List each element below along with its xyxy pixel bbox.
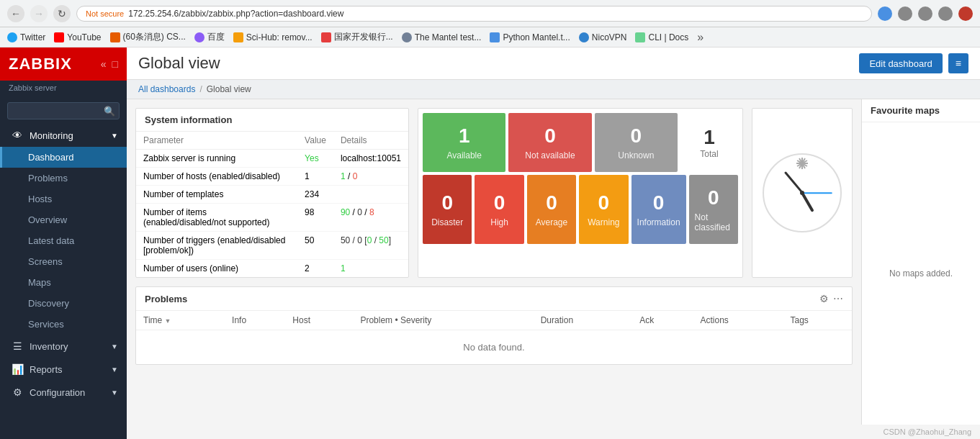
col-tags[interactable]: Tags	[783, 311, 852, 330]
col-details: Details	[333, 132, 408, 150]
not-available-cell[interactable]: 0 Not available	[508, 113, 591, 172]
widgets-row-top: System information Parameter Value Detai…	[135, 108, 853, 278]
search-icon[interactable]: 🔍	[104, 106, 115, 117]
bookmark-youtube[interactable]: YouTube	[54, 32, 101, 42]
col-value: Value	[297, 132, 333, 150]
reports-arrow: ▼	[111, 366, 118, 374]
available-cell[interactable]: 1 Available	[423, 113, 505, 172]
sidebar-item-screens[interactable]: Screens	[0, 251, 127, 272]
table-row: Number of templates 234	[136, 186, 408, 204]
bookmark-cli[interactable]: CLI | Docs	[635, 32, 688, 42]
table-row: Number of triggers (enabled/disabled [pr…	[136, 232, 408, 260]
browser-bar: ← → ↻ Not secure 172.25.254.6/zabbix/zab…	[0, 0, 980, 27]
sidebar-section-configuration[interactable]: ⚙ Configuration ▼	[0, 381, 127, 404]
total-label: Total	[700, 149, 718, 159]
bookmark-csdn[interactable]: (60条消息) CS...	[110, 31, 186, 43]
col-host[interactable]: Host	[285, 311, 353, 330]
bookmark-cdb[interactable]: 国家开发银行...	[321, 31, 393, 43]
unknown-label: Unknown	[618, 150, 654, 160]
settings-icon[interactable]: ⚙	[819, 293, 829, 304]
col-actions[interactable]: Actions	[693, 311, 783, 330]
host-availability-widget: 1 Available 0 Not available 0 Unknown	[418, 108, 743, 278]
breadcrumb-current: Global view	[207, 84, 251, 94]
edit-dashboard-button[interactable]: Edit dashboard	[859, 53, 942, 73]
dashboard-menu-button[interactable]: ≡	[948, 53, 968, 73]
value-cell: 1	[297, 168, 333, 186]
bookmark-baidu[interactable]: 百度	[194, 31, 225, 43]
bookmark-python[interactable]: Python Mantel.t...	[490, 32, 570, 42]
value-cell: 2	[297, 260, 333, 278]
more-options-icon[interactable]: ⋯	[833, 293, 843, 304]
breadcrumb-all-dashboards[interactable]: All dashboards	[138, 84, 195, 94]
sidebar-item-overview[interactable]: Overview	[0, 209, 127, 230]
col-ack[interactable]: Ack	[632, 311, 693, 330]
hour-hand	[801, 192, 814, 212]
sidebar-item-discovery[interactable]: Discovery	[0, 293, 127, 314]
information-cell[interactable]: 0 Information	[631, 175, 686, 244]
collapse-icon[interactable]: «	[101, 58, 107, 70]
bookmark-scihub[interactable]: Sci-Hub: remov...	[233, 32, 313, 42]
disaster-cell[interactable]: 0 Disaster	[423, 175, 472, 244]
sidebar-item-dashboard[interactable]: Dashboard	[0, 147, 127, 168]
value-cell: Yes	[297, 150, 333, 168]
sidebar-item-latest-data[interactable]: Latest data	[0, 230, 127, 251]
expand-icon[interactable]: □	[112, 58, 118, 70]
total-count: 1	[703, 126, 715, 149]
more-bookmarks[interactable]: »	[697, 31, 703, 44]
table-row: Number of users (online) 2 1	[136, 260, 408, 278]
problems-widget: Problems ⚙ ⋯ Time ▼ Info Host Pr	[135, 286, 853, 365]
url-bar[interactable]: Not secure 172.25.254.6/zabbix/zabbix.ph…	[76, 6, 872, 22]
not-classified-cell[interactable]: 0 Not classified	[689, 175, 738, 244]
clock-center	[800, 191, 804, 195]
favourite-maps-panel: Favourite maps No maps added.	[861, 99, 980, 425]
sidebar-server-name: Zabbix server	[0, 81, 127, 98]
sidebar-section-reports[interactable]: 📊 Reports ▼	[0, 358, 127, 381]
details-cell: 90 / 0 / 8	[333, 204, 408, 232]
no-data-message: No data found.	[136, 330, 852, 365]
warning-count: 0	[598, 191, 610, 214]
cast-icon[interactable]	[898, 6, 912, 21]
sidebar-item-problems[interactable]: Problems	[0, 168, 127, 189]
not-classified-label: Not classified	[695, 212, 732, 232]
bookmark-star-icon[interactable]	[918, 6, 932, 21]
sidebar-item-hosts[interactable]: Hosts	[0, 189, 127, 209]
back-button[interactable]: ←	[7, 5, 24, 22]
dashboard-body: System information Parameter Value Detai…	[127, 99, 980, 425]
second-hand	[802, 192, 832, 194]
sidebar-toggle-icons: « □	[101, 58, 118, 70]
sidebar-item-services[interactable]: Services	[0, 314, 127, 335]
bookmark-twitter[interactable]: Twitter	[7, 32, 45, 42]
watermark: CSDN @Zhaohui_Zhang	[127, 425, 980, 439]
top-bar: Global view Edit dashboard ≡	[127, 47, 980, 80]
param-cell: Number of templates	[136, 186, 297, 204]
configuration-label: Configuration	[30, 387, 85, 398]
high-count: 0	[494, 191, 505, 214]
col-problem-severity[interactable]: Problem • Severity	[353, 311, 533, 330]
sidebar-search-input[interactable]	[7, 102, 120, 119]
disaster-label: Disaster	[431, 217, 463, 227]
breadcrumb: All dashboards / Global view	[127, 80, 980, 99]
monitoring-arrow: ▼	[111, 132, 118, 140]
unknown-cell[interactable]: 0 Unknown	[595, 113, 678, 172]
sidebar-section-inventory[interactable]: ☰ Inventory ▼	[0, 335, 127, 358]
bookmark-mantel[interactable]: The Mantel test...	[402, 32, 482, 42]
url-text: 172.25.254.6/zabbix/zabbix.php?action=da…	[128, 9, 343, 19]
profile-icon[interactable]	[958, 6, 973, 21]
minute-hand	[783, 171, 803, 194]
average-cell[interactable]: 0 Average	[527, 175, 576, 244]
translate-icon[interactable]	[878, 6, 892, 21]
warning-label: Warning	[588, 217, 619, 227]
warning-cell[interactable]: 0 Warning	[579, 175, 628, 244]
extensions-icon[interactable]	[938, 6, 953, 21]
sidebar: ZABBIX « □ Zabbix server 🔍 👁 Monitoring …	[0, 47, 127, 439]
high-cell[interactable]: 0 High	[475, 175, 523, 244]
col-duration[interactable]: Duration	[534, 311, 633, 330]
browser-action-icons	[878, 6, 973, 21]
col-info[interactable]: Info	[225, 311, 285, 330]
col-time[interactable]: Time ▼	[136, 311, 225, 330]
forward-button[interactable]: →	[30, 5, 48, 22]
sidebar-item-maps[interactable]: Maps	[0, 272, 127, 293]
sidebar-section-monitoring[interactable]: 👁 Monitoring ▼	[0, 124, 127, 147]
bookmark-nicovpn[interactable]: NicoVPN	[579, 32, 627, 42]
reload-button[interactable]: ↻	[53, 5, 71, 22]
